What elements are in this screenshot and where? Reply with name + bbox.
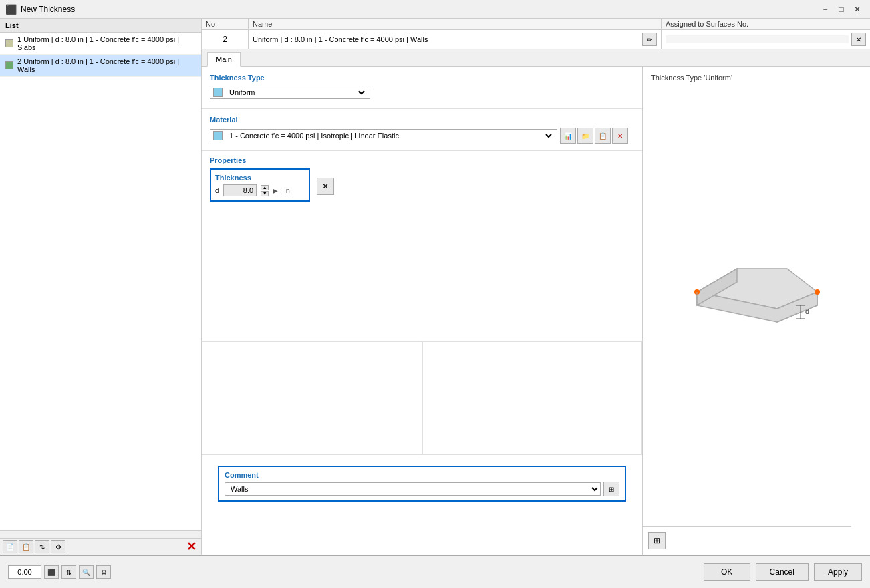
content-area: List 1 Uniform | d : 8.0 in | 1 - Concre… bbox=[0, 19, 870, 555]
app-icon: ⬛ bbox=[5, 4, 17, 15]
right-preview: Thickness Type 'Uniform' bbox=[643, 67, 851, 555]
settings-btn[interactable]: ⚙ bbox=[51, 540, 65, 553]
delete-button[interactable]: ✕ bbox=[184, 540, 198, 553]
name-input[interactable] bbox=[253, 35, 642, 43]
comment-dropdown[interactable]: Walls bbox=[225, 482, 601, 496]
bottom-tool-4[interactable]: ⚙ bbox=[96, 565, 111, 579]
thickness-box-title: Thickness bbox=[215, 174, 305, 182]
mat-btn-2[interactable]: 📁 bbox=[577, 128, 593, 144]
thickness-preview-svg: d bbox=[670, 239, 824, 372]
assigned-section: Assigned to Surfaces No. ✕ bbox=[662, 19, 870, 49]
item-color-1 bbox=[5, 39, 13, 47]
d-label: d bbox=[215, 186, 219, 194]
preview-image: d bbox=[643, 84, 851, 526]
comment-section: Comment Walls ⊞ bbox=[218, 466, 626, 502]
left-panel: List 1 Uniform | d : 8.0 in | 1 - Concre… bbox=[0, 19, 202, 555]
tab-bar: Main bbox=[202, 49, 870, 67]
no-label: No. bbox=[202, 19, 248, 30]
preview-title: Thickness Type 'Uniform' bbox=[643, 67, 851, 84]
bottom-left-tools: 0.00 ⬛ ⇅ 🔍 ⚙ bbox=[8, 565, 111, 579]
material-buttons: 📊 📁 📋 ✕ bbox=[560, 128, 628, 144]
window-title: New Thickness bbox=[21, 5, 75, 14]
thickness-type-dropdown[interactable]: Uniform bbox=[227, 88, 367, 97]
list-scrollbar[interactable] bbox=[0, 530, 201, 538]
no-name-row: No. 2 Name ✏ Assigned to Surfaces No. ✕ bbox=[202, 19, 870, 49]
name-edit-btn[interactable]: ✏ bbox=[642, 33, 657, 46]
thickness-type-section: Thickness Type Uniform bbox=[202, 67, 642, 109]
assigned-input[interactable] bbox=[666, 35, 849, 43]
maximize-button[interactable]: □ bbox=[834, 3, 849, 16]
material-title: Material bbox=[210, 116, 634, 124]
assigned-label: Assigned to Surfaces No. bbox=[662, 19, 870, 30]
thickness-arrow: ▶ bbox=[273, 187, 278, 194]
properties-icon-btn[interactable]: ✕ bbox=[317, 178, 334, 195]
name-value-container: ✏ bbox=[249, 30, 661, 49]
value-display: 0.00 bbox=[8, 565, 41, 579]
no-section: No. 2 bbox=[202, 19, 249, 49]
empty-area bbox=[202, 207, 642, 341]
main-container: List 1 Uniform | d : 8.0 in | 1 - Concre… bbox=[0, 19, 870, 588]
thickness-type-title: Thickness Type bbox=[210, 74, 634, 82]
preview-bottom: ⊞ bbox=[643, 526, 851, 555]
bottom-left-panel bbox=[202, 341, 422, 455]
material-section: Material 1 - Concrete f'c = 4000 psi | I… bbox=[202, 109, 642, 151]
spin-down[interactable]: ▼ bbox=[261, 191, 269, 196]
material-row: 1 - Concrete f'c = 4000 psi | Isotropic … bbox=[210, 128, 634, 144]
list-toolbar: 📄 📋 ⇅ ⚙ ✕ bbox=[0, 538, 201, 555]
close-button[interactable]: ✕ bbox=[850, 3, 865, 16]
preview-icon-btn[interactable]: ⊞ bbox=[648, 532, 666, 549]
thickness-type-swatch bbox=[213, 88, 223, 97]
unit-label: [in] bbox=[282, 186, 292, 194]
cancel-button[interactable]: Cancel bbox=[756, 563, 809, 581]
spin-up[interactable]: ▲ bbox=[261, 185, 269, 190]
assigned-value-container: ✕ bbox=[662, 30, 870, 49]
bottom-tool-1[interactable]: ⬛ bbox=[44, 565, 59, 579]
no-value: 2 bbox=[202, 30, 248, 49]
name-label: Name bbox=[249, 19, 661, 30]
properties-title: Properties bbox=[210, 156, 634, 164]
bottom-bar: 0.00 ⬛ ⇅ 🔍 ⚙ OK Cancel Apply bbox=[0, 555, 870, 588]
bottom-tool-2[interactable]: ⇅ bbox=[61, 565, 76, 579]
bottom-right-buttons: OK Cancel Apply bbox=[704, 563, 862, 581]
bottom-right-panel bbox=[422, 341, 643, 455]
comment-icon-btn[interactable]: ⊞ bbox=[603, 482, 619, 496]
apply-button[interactable]: Apply bbox=[814, 563, 862, 581]
assigned-edit-btn[interactable]: ✕ bbox=[851, 33, 866, 46]
bottom-tool-3[interactable]: 🔍 bbox=[79, 565, 94, 579]
mat-btn-4[interactable]: ✕ bbox=[612, 128, 628, 144]
sort-btn[interactable]: ⇅ bbox=[35, 540, 49, 553]
right-panel: No. 2 Name ✏ Assigned to Surfaces No. ✕ bbox=[202, 19, 870, 555]
material-swatch bbox=[213, 131, 223, 140]
svg-point-5 bbox=[815, 289, 820, 295]
thickness-input[interactable] bbox=[223, 184, 257, 196]
bottom-panels bbox=[202, 341, 642, 455]
svg-text:d: d bbox=[805, 307, 809, 315]
main-content-area: Thickness Type Uniform Materi bbox=[202, 67, 870, 555]
list-header: List bbox=[0, 19, 201, 33]
new-btn[interactable]: 📄 bbox=[3, 540, 17, 553]
item-color-2 bbox=[5, 61, 13, 69]
comment-row: Walls ⊞ bbox=[225, 482, 619, 496]
ok-button[interactable]: OK bbox=[704, 563, 750, 581]
comment-title: Comment bbox=[225, 471, 619, 479]
mat-btn-3[interactable]: 📋 bbox=[595, 128, 611, 144]
list-item-selected[interactable]: 2 Uniform | d : 8.0 in | 1 - Concrete f'… bbox=[0, 55, 201, 77]
copy-btn[interactable]: 📋 bbox=[19, 540, 33, 553]
tab-main[interactable]: Main bbox=[207, 52, 241, 67]
thickness-box: Thickness d ▲ ▼ ▶ [in] bbox=[210, 168, 310, 202]
left-form: Thickness Type Uniform Materi bbox=[202, 67, 643, 555]
thickness-type-row: Uniform bbox=[210, 86, 634, 99]
material-dropdown[interactable]: 1 - Concrete f'c = 4000 psi | Isotropic … bbox=[227, 131, 554, 140]
list-items: 1 Uniform | d : 8.0 in | 1 - Concrete f'… bbox=[0, 33, 201, 530]
comment-section-container: Comment Walls ⊞ bbox=[202, 455, 642, 512]
thickness-spinner[interactable]: ▲ ▼ bbox=[261, 185, 269, 196]
title-bar: ⬛ New Thickness − □ ✕ bbox=[0, 0, 870, 19]
name-section: Name ✏ bbox=[249, 19, 662, 49]
list-item-label: 1 Uniform | d : 8.0 in | 1 - Concrete f'… bbox=[17, 35, 196, 51]
mat-btn-1[interactable]: 📊 bbox=[560, 128, 576, 144]
properties-section: Properties Thickness d ▲ ▼ bbox=[202, 151, 642, 207]
thickness-row: d ▲ ▼ ▶ [in] bbox=[215, 184, 305, 196]
list-item-label-2: 2 Uniform | d : 8.0 in | 1 - Concrete f'… bbox=[17, 57, 196, 74]
minimize-button[interactable]: − bbox=[818, 3, 833, 16]
list-item[interactable]: 1 Uniform | d : 8.0 in | 1 - Concrete f'… bbox=[0, 33, 201, 55]
